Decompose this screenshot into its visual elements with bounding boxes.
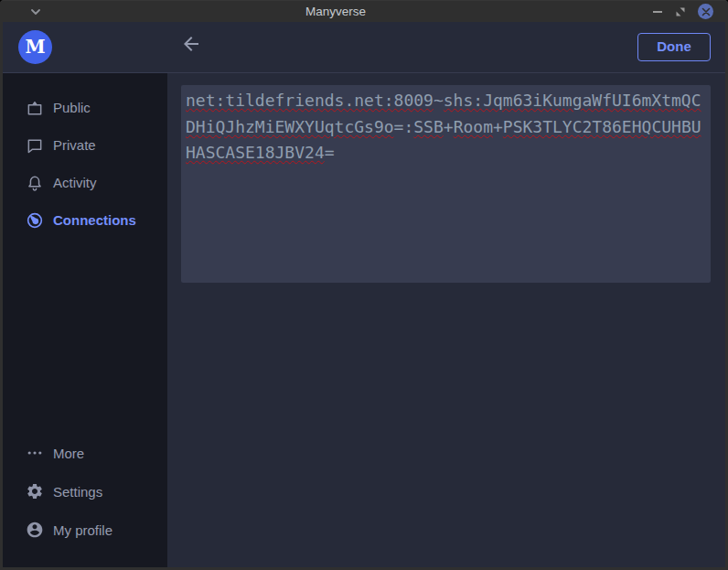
private-icon bbox=[26, 136, 44, 155]
sidebar-item-label: Connections bbox=[53, 212, 136, 228]
sidebar-item-settings[interactable]: Settings bbox=[3, 472, 167, 511]
invite-code-line: net:tildefriends.net:8009~shs:Jqm63iKumg… bbox=[186, 88, 706, 114]
minimize-button[interactable] bbox=[650, 1, 665, 23]
restore-icon bbox=[676, 7, 685, 16]
my-profile-icon bbox=[26, 521, 44, 539]
done-button[interactable]: Done bbox=[637, 33, 711, 61]
sidebar: PublicPrivateActivityConnections MoreSet… bbox=[3, 73, 167, 567]
close-button[interactable] bbox=[698, 4, 713, 19]
sidebar-item-public[interactable]: Public bbox=[3, 89, 167, 126]
manyverse-logo: M bbox=[18, 30, 52, 64]
sidebar-item-activity[interactable]: Activity bbox=[3, 164, 167, 201]
connections-icon bbox=[26, 211, 44, 230]
back-button[interactable] bbox=[180, 33, 202, 55]
invite-code-line: DHiQJhzMiEWXYUqtcGs9o=:SSB+Room+PSK3TLYC… bbox=[186, 114, 706, 141]
settings-icon bbox=[26, 482, 44, 500]
more-icon bbox=[26, 444, 44, 462]
titlebar[interactable]: Manyverse bbox=[0, 0, 728, 22]
sidebar-item-label: Public bbox=[53, 100, 91, 115]
close-icon bbox=[701, 7, 711, 16]
app-header: M Done bbox=[3, 22, 725, 73]
activity-icon bbox=[26, 174, 44, 192]
main-content: net:tildefriends.net:8009~shs:Jqm63iKumg… bbox=[167, 73, 725, 567]
invite-code-line: HASCASE18JBV24= bbox=[186, 140, 706, 167]
window-menu-chevron-icon[interactable] bbox=[29, 6, 42, 17]
sidebar-item-private[interactable]: Private bbox=[3, 126, 167, 164]
invite-code-textarea[interactable]: net:tildefriends.net:8009~shs:Jqm63iKumg… bbox=[181, 85, 711, 283]
sidebar-item-label: More bbox=[53, 446, 84, 461]
public-icon bbox=[26, 99, 44, 117]
window-title: Manyverse bbox=[0, 1, 671, 23]
restore-button[interactable] bbox=[676, 7, 685, 16]
sidebar-bottom-group: MoreSettingsMy profile bbox=[3, 434, 167, 549]
sidebar-item-label: Activity bbox=[53, 175, 97, 190]
sidebar-item-label: Settings bbox=[53, 484, 102, 500]
sidebar-item-more[interactable]: More bbox=[3, 434, 167, 472]
sidebar-top-group: PublicPrivateActivityConnections bbox=[3, 89, 167, 239]
sidebar-item-my-profile[interactable]: My profile bbox=[3, 511, 167, 549]
sidebar-item-connections[interactable]: Connections bbox=[3, 201, 167, 239]
sidebar-item-label: My profile bbox=[53, 522, 112, 538]
sidebar-item-label: Private bbox=[53, 137, 96, 153]
